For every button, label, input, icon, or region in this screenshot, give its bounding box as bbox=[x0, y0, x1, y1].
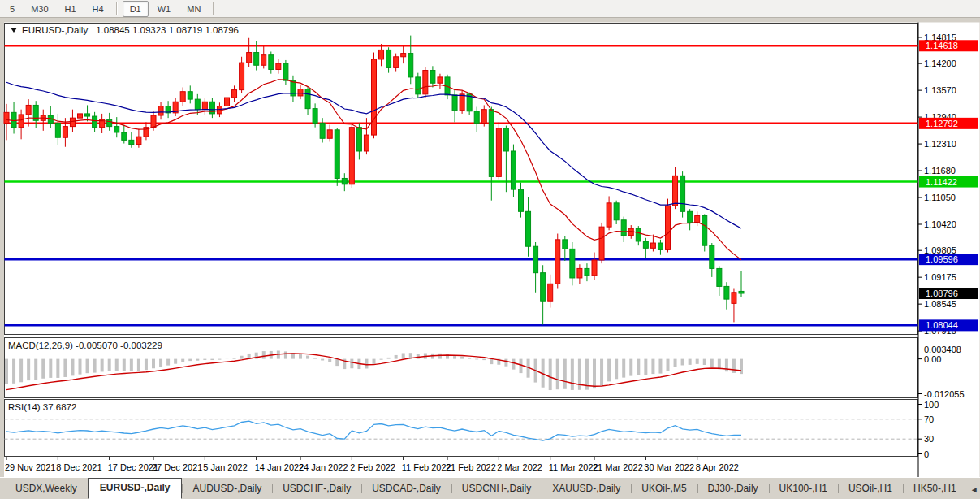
svg-text:29 Nov 2021: 29 Nov 2021 bbox=[5, 462, 55, 472]
svg-text:21 Mar 2022: 21 Mar 2022 bbox=[593, 462, 643, 472]
svg-text:1.09175: 1.09175 bbox=[924, 272, 956, 282]
tab-xauusd-daily[interactable]: XAUUSD-,Daily bbox=[542, 479, 631, 499]
timeframe-button-5[interactable]: 5 bbox=[2, 1, 22, 17]
timeframe-toolbar: 5M30H1H4D1W1MN bbox=[0, 0, 980, 18]
svg-text:2 Feb 2022: 2 Feb 2022 bbox=[350, 462, 395, 472]
tab-uk100-h1[interactable]: UK100-,H1 bbox=[769, 479, 838, 499]
price-tag: 1.08796 bbox=[919, 288, 978, 299]
timeframe-button-m30[interactable]: M30 bbox=[24, 1, 55, 17]
tab-ukoil-m5[interactable]: UKOil-,M5 bbox=[631, 479, 697, 499]
tab-usdcnh-daily[interactable]: USDCNH-,Daily bbox=[451, 479, 542, 499]
svg-text:1.10420: 1.10420 bbox=[924, 219, 956, 229]
tab-usdcad-daily[interactable]: USDCAD-,Daily bbox=[361, 479, 451, 499]
svg-text:1.12792: 1.12792 bbox=[926, 119, 958, 128]
svg-text:27 Dec 2021: 27 Dec 2021 bbox=[152, 462, 202, 472]
svg-text:24 Jan 2022: 24 Jan 2022 bbox=[299, 462, 348, 472]
tab-audusd-daily[interactable]: AUDUSD-,Daily bbox=[182, 479, 272, 499]
svg-text:1.08044: 1.08044 bbox=[926, 320, 958, 330]
timeframe-button-h1[interactable]: H1 bbox=[58, 1, 84, 17]
tab-usdx-weekly[interactable]: USDX,Weekly bbox=[5, 479, 88, 499]
timeframe-button-mn[interactable]: MN bbox=[179, 1, 208, 17]
svg-text:8 Apr 2022: 8 Apr 2022 bbox=[696, 462, 739, 472]
svg-text:1.11050: 1.11050 bbox=[924, 193, 956, 202]
svg-text:0: 0 bbox=[924, 449, 929, 459]
svg-text:-0.012055: -0.012055 bbox=[924, 389, 965, 399]
svg-text:100: 100 bbox=[924, 400, 939, 410]
symbol-tab-bar: USDX,WeeklyEURUSD-,DailyAUDUSD-,DailyUSD… bbox=[0, 477, 980, 499]
svg-text:17 Dec 2021: 17 Dec 2021 bbox=[108, 462, 158, 472]
price-tag: 1.12792 bbox=[919, 118, 978, 129]
svg-text:11 Feb 2022: 11 Feb 2022 bbox=[402, 462, 451, 472]
svg-text:1.08796: 1.08796 bbox=[926, 289, 958, 298]
price-tag: 1.09596 bbox=[919, 254, 978, 265]
tab-hk50-h1[interactable]: HK50-,H1 bbox=[903, 479, 967, 499]
price-tag: 1.08044 bbox=[919, 319, 978, 331]
svg-text:0.00: 0.00 bbox=[924, 354, 941, 364]
timeframe-button-w1[interactable]: W1 bbox=[150, 1, 179, 17]
svg-text:1.11680: 1.11680 bbox=[924, 166, 956, 176]
svg-text:1.14618: 1.14618 bbox=[926, 41, 958, 50]
chart-window: 1.148151.142001.135701.129401.123101.116… bbox=[0, 19, 980, 477]
timeframe-button-h4[interactable]: H4 bbox=[85, 1, 111, 17]
svg-text:2 Mar 2022: 2 Mar 2022 bbox=[497, 462, 542, 472]
svg-text:30 Mar 2022: 30 Mar 2022 bbox=[644, 462, 694, 472]
svg-text:1.08545: 1.08545 bbox=[924, 299, 956, 309]
svg-text:14 Jan 2022: 14 Jan 2022 bbox=[255, 462, 304, 472]
tab-dj30-daily[interactable]: DJ30-,Daily bbox=[697, 479, 769, 499]
tab-scroll-controls: ◄► bbox=[967, 485, 980, 499]
svg-text:1.14200: 1.14200 bbox=[924, 59, 956, 68]
svg-text:5 Jan 2022: 5 Jan 2022 bbox=[203, 462, 247, 472]
svg-text:30: 30 bbox=[924, 434, 934, 444]
svg-text:0.003408: 0.003408 bbox=[924, 345, 961, 354]
timeframe-button-d1[interactable]: D1 bbox=[123, 1, 149, 17]
svg-text:70: 70 bbox=[924, 414, 934, 424]
toolbar-separator bbox=[116, 2, 118, 15]
svg-text:1.12310: 1.12310 bbox=[924, 139, 956, 149]
tab-eurusd-daily[interactable]: EURUSD-,Daily bbox=[88, 478, 183, 499]
price-tag: 1.14618 bbox=[919, 40, 978, 51]
price-tag: 1.11422 bbox=[919, 176, 978, 188]
svg-text:1.13570: 1.13570 bbox=[924, 85, 956, 95]
toolbar-separator bbox=[213, 2, 214, 15]
tab-usdchf-daily[interactable]: USDCHF-,Daily bbox=[272, 479, 361, 499]
svg-text:11 Mar 2022: 11 Mar 2022 bbox=[549, 462, 598, 472]
price-chart-canvas: 1.148151.142001.135701.129401.123101.116… bbox=[0, 19, 980, 477]
svg-text:1.09596: 1.09596 bbox=[926, 254, 958, 264]
tab-usoil-h1[interactable]: USOil-,H1 bbox=[838, 479, 903, 499]
svg-text:8 Dec 2021: 8 Dec 2021 bbox=[56, 462, 101, 472]
tab-scroll-left-icon[interactable]: ◄ bbox=[970, 485, 978, 494]
svg-text:1.11422: 1.11422 bbox=[926, 177, 957, 187]
svg-text:21 Feb 2022: 21 Feb 2022 bbox=[446, 462, 496, 472]
